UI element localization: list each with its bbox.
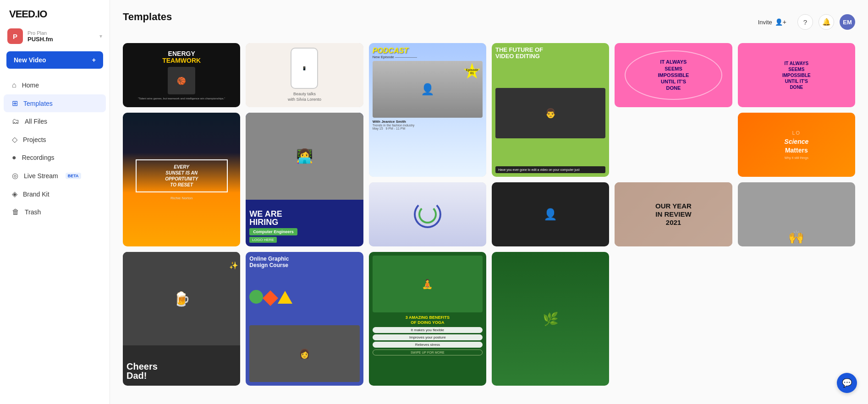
template-card-future2[interactable]: 👤: [492, 182, 609, 246]
template-card-gray[interactable]: 🙌: [738, 182, 855, 246]
template-card-podcast2[interactable]: [369, 182, 486, 246]
template-card-cheers[interactable]: 🍺 CheersDad! ✨: [123, 252, 240, 386]
account-name: PUSH.fm: [27, 36, 95, 43]
sidebar-item-label: Projects: [23, 136, 46, 143]
templates-icon: ⊞: [12, 99, 18, 108]
home-icon: ⌂: [12, 81, 16, 89]
all-files-icon: 🗂: [12, 117, 19, 126]
template-card-hiring[interactable]: 👩‍💻 WE AREHIRING Computer Engineers LOGO…: [246, 113, 363, 246]
sidebar-item-label: All Files: [25, 118, 47, 125]
page-title: Templates: [123, 11, 172, 23]
sidebar-item-label: Home: [22, 82, 39, 89]
sidebar-item-recordings[interactable]: ● Recordings: [4, 149, 106, 166]
templates-grid: ENERGYTeamwork 🏀 "Talent wins games, but…: [123, 43, 855, 386]
trash-icon: 🗑: [12, 208, 19, 216]
sidebar-item-label: Trash: [25, 208, 41, 216]
template-card-green[interactable]: 🌿: [492, 252, 609, 386]
live-stream-icon: ◎: [12, 171, 18, 180]
sidebar-item-label: Templates: [23, 100, 53, 107]
template-card-future[interactable]: THE FUTURE OFVIDEO EDITING 👨 Have you ev…: [492, 43, 609, 177]
account-selector[interactable]: P Pro Plan PUSH.fm ▾: [0, 25, 110, 49]
new-video-button[interactable]: New Video +: [6, 51, 103, 69]
app-logo: VEED.IO: [0, 0, 110, 25]
sidebar-item-projects[interactable]: ◇ Projects: [4, 131, 106, 148]
beta-badge: BETA: [66, 173, 81, 179]
template-card-energy[interactable]: ENERGYTeamwork 🏀 "Talent wins games, but…: [123, 43, 240, 107]
account-info: Pro Plan PUSH.fm: [27, 30, 95, 43]
sidebar-item-trash[interactable]: 🗑 Trash: [4, 203, 106, 221]
sidebar-item-brand-kit[interactable]: ◈ Brand Kit: [4, 185, 106, 203]
template-card-yoga[interactable]: 🧘 3 AMAZING BENEFITSOF DOING YOGA It mak…: [369, 252, 486, 386]
account-avatar: P: [7, 28, 23, 44]
sidebar-item-templates[interactable]: ⊞ Templates: [4, 94, 106, 112]
chat-button[interactable]: 💬: [837, 373, 857, 393]
template-card-podcast[interactable]: PODCAST New Episode —————— 👤 Episode01 W…: [369, 43, 486, 177]
template-card-sunset[interactable]: EVERYSUNSET IS ANOPPORTUNITYTO RESET Ric…: [123, 113, 240, 246]
template-card-graphic[interactable]: Online GraphicDesign Course 👩: [246, 252, 363, 386]
template-card-yearreview[interactable]: OUR YEARIN REVIEW2021: [615, 182, 732, 246]
sidebar: VEED.IO P Pro Plan PUSH.fm ▾ New Video +…: [0, 0, 110, 404]
sidebar-item-all-files[interactable]: 🗂 All Files: [4, 113, 106, 130]
new-video-label: New Video: [14, 56, 46, 64]
sidebar-item-label: Brand Kit: [23, 191, 49, 198]
sidebar-item-label: Live Stream: [24, 172, 58, 180]
template-card-science[interactable]: LO ScienceMatters Why it still things: [738, 113, 855, 177]
sidebar-item-live-stream[interactable]: ◎ Live Stream BETA: [4, 167, 106, 185]
main-content: Templates Invite 👤+ ? 🔔 EM ENERGYTeamwor…: [110, 0, 868, 404]
sidebar-nav: ⌂ Home ⊞ Templates 🗂 All Files ◇ Project…: [0, 76, 110, 221]
header-actions: Invite 👤+ ? 🔔 EM: [753, 14, 855, 30]
template-card-impossible[interactable]: IT ALWAYSSEEMSIMPOSSIBLEUNTIL IT'SDONE: [615, 43, 732, 107]
projects-icon: ◇: [12, 135, 17, 144]
sidebar-item-label: Recordings: [22, 154, 55, 161]
invite-label: Invite: [758, 19, 772, 26]
sidebar-item-home[interactable]: ⌂ Home: [4, 76, 106, 94]
template-card-beauty[interactable]: 📱 Beauty talkswith Silvia Lorento: [246, 43, 363, 107]
notifications-button[interactable]: 🔔: [819, 14, 834, 30]
account-chevron-icon: ▾: [99, 33, 102, 39]
invite-icon: 👤+: [775, 18, 786, 26]
brand-kit-icon: ◈: [12, 190, 17, 198]
account-plan: Pro Plan: [27, 30, 95, 36]
new-video-plus-icon: +: [92, 56, 96, 64]
invite-button[interactable]: Invite 👤+: [753, 16, 792, 28]
recordings-icon: ●: [12, 153, 16, 162]
help-button[interactable]: ?: [797, 14, 813, 30]
user-avatar-button[interactable]: EM: [840, 14, 855, 30]
